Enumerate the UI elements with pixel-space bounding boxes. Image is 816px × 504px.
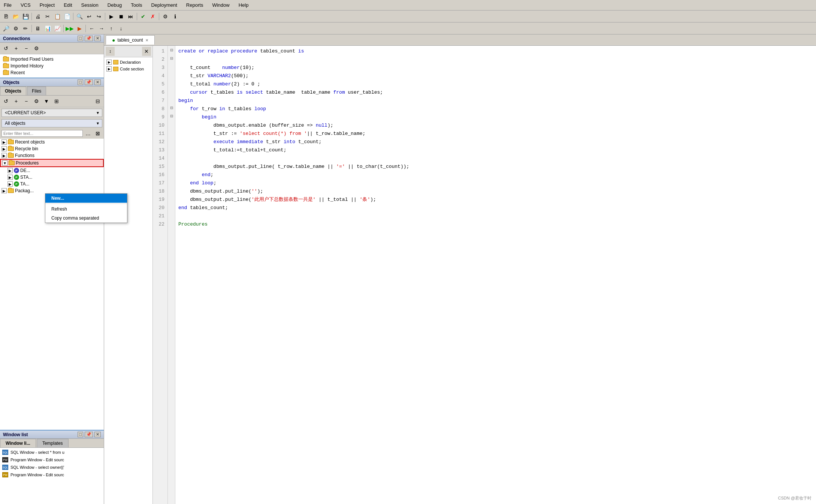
outline-expand-code[interactable]: ▶ [106, 66, 112, 72]
ctx-refresh[interactable]: Refresh [45, 205, 127, 214]
wl-ctrl-close[interactable]: ✕ [94, 432, 101, 437]
tb-step[interactable]: ⏭ [126, 12, 135, 21]
all-objects[interactable]: All objects ▾ [1, 119, 102, 127]
gutter-8[interactable]: ⊟ [168, 103, 175, 112]
tb2-search[interactable]: 🔎 [1, 24, 10, 33]
tab-files[interactable]: Files [27, 87, 46, 95]
conn-refresh[interactable]: ↺ [1, 44, 10, 53]
conn-ctrl-pin[interactable]: 📌 [85, 36, 93, 41]
menu-window[interactable]: Window [211, 1, 231, 9]
tb2-nav4[interactable]: ↓ [117, 24, 126, 33]
gutter-2[interactable]: ⊟ [168, 54, 175, 62]
menu-project[interactable]: Project [38, 1, 56, 9]
obj-ctrl-close[interactable]: ✕ [94, 79, 101, 85]
tb-save[interactable]: 💾 [21, 12, 30, 21]
menu-edit[interactable]: Edit [62, 1, 73, 9]
menu-help[interactable]: Help [237, 1, 250, 9]
outline-code-section[interactable]: ▶ Code section [106, 66, 151, 72]
editor-tab-close[interactable]: ✕ [145, 38, 148, 42]
tb2-pencil[interactable]: ✏ [21, 24, 30, 33]
tb2-play2[interactable]: ▶ [75, 24, 84, 33]
tb-stop[interactable]: ⏹ [117, 12, 126, 21]
tb-print[interactable]: 🖨 [33, 12, 42, 21]
tb2-play[interactable]: ▶▶ [65, 24, 74, 33]
obj-view[interactable]: ⊟ [93, 97, 102, 106]
node-proc-de[interactable]: ▶ P DE... [0, 167, 104, 174]
node-proc-ta[interactable]: ▶ P TA... [0, 181, 104, 187]
menu-session[interactable]: Session [80, 1, 100, 9]
conn-ctrl-float[interactable]: □ [78, 36, 83, 41]
tb-btn-extra2[interactable]: ℹ [170, 12, 179, 21]
tb2-nav1[interactable]: ← [87, 24, 96, 33]
node-functions[interactable]: ▶ Functions [0, 152, 104, 159]
outline-sort[interactable]: ↕ [106, 47, 115, 56]
tb-new[interactable]: 🖹 [1, 12, 10, 21]
tb2-btn3[interactable]: 📈 [53, 24, 62, 33]
ctx-new[interactable]: New... [45, 194, 127, 203]
tb2-settings[interactable]: ⚙ [11, 24, 20, 33]
node-recent-objects[interactable]: ▶ Recent objects [0, 139, 104, 145]
tab-objects[interactable]: Objects [0, 87, 26, 95]
tab-window-list[interactable]: Window li... [0, 439, 36, 447]
tb-find[interactable]: 🔍 [75, 12, 84, 21]
menu-debug[interactable]: Debug [106, 1, 123, 9]
menu-file[interactable]: File [2, 1, 13, 9]
tb-commit[interactable]: ✔ [139, 12, 148, 21]
expand-functions[interactable]: ▶ [1, 153, 7, 158]
tb-open[interactable]: 📂 [11, 12, 20, 21]
conn-settings[interactable]: ⚙ [32, 44, 41, 53]
tb-redo[interactable]: ↪ [94, 12, 103, 21]
ctx-copy-comma[interactable]: Copy comma separated [45, 214, 127, 223]
expand-proc-ta[interactable]: ▶ [7, 181, 13, 187]
menu-tools[interactable]: Tools [129, 1, 143, 9]
menu-reports[interactable]: Reports [185, 1, 205, 9]
tb2-btn1[interactable]: 🖥 [33, 24, 42, 33]
filter-clear[interactable]: ⊠ [93, 129, 102, 138]
filter-more[interactable]: … [84, 129, 93, 138]
filter-input[interactable] [1, 130, 83, 137]
obj-remove[interactable]: − [22, 97, 31, 106]
tb-btn-extra1[interactable]: ⚙ [161, 12, 170, 21]
wl-ctrl-pin[interactable]: 📌 [85, 432, 93, 437]
expand-recycle[interactable]: ▶ [1, 146, 7, 151]
tb-paste[interactable]: 📄 [63, 12, 72, 21]
wl-ctrl-float[interactable]: □ [78, 432, 83, 437]
menu-vcs[interactable]: VCS [19, 1, 32, 9]
obj-settings[interactable]: ⚙ [32, 97, 41, 106]
tb2-nav2[interactable]: → [97, 24, 106, 33]
wl-item-2[interactable]: SQL SQL Window - select owner||' [1, 464, 103, 471]
tb-undo[interactable]: ↩ [85, 12, 94, 21]
node-procedures[interactable]: ▼ Procedures [0, 159, 104, 167]
tb2-nav3[interactable]: ↑ [107, 24, 116, 33]
outline-close[interactable]: ✕ [142, 47, 151, 56]
obj-refresh[interactable]: ↺ [1, 97, 10, 106]
expand-procedures[interactable]: ▼ [2, 160, 7, 166]
conn-ctrl-close[interactable]: ✕ [94, 36, 101, 41]
tb2-btn2[interactable]: 📊 [43, 24, 52, 33]
tb-copy[interactable]: 📋 [53, 12, 62, 21]
expand-proc-de[interactable]: ▶ [7, 168, 13, 173]
obj-filter[interactable]: ▼ [42, 97, 51, 106]
code-area[interactable]: create or replace procedure tables_count… [175, 46, 816, 504]
tb-run[interactable]: ▶ [107, 12, 116, 21]
outline-declaration[interactable]: ▶ Declaration [106, 59, 151, 66]
conn-imported-history[interactable]: Imported History [1, 63, 102, 69]
gutter-9[interactable]: ⊟ [168, 112, 175, 120]
gutter-1[interactable]: ⊟ [168, 46, 175, 54]
expand-recent[interactable]: ▶ [1, 139, 7, 145]
obj-expand[interactable]: ⊞ [52, 97, 61, 106]
obj-add[interactable]: + [12, 97, 21, 106]
expand-packages[interactable]: ▶ [1, 188, 7, 193]
editor-tab-tables-count[interactable]: ● tables_count ✕ [106, 35, 155, 45]
tb-rollback[interactable]: ✗ [148, 12, 157, 21]
obj-ctrl-float[interactable]: □ [78, 79, 83, 85]
conn-imported-fixed[interactable]: Imported Fixed Users [1, 56, 102, 63]
node-recycle[interactable]: ▶ Recycle bin [0, 145, 104, 152]
outline-expand-decl[interactable]: ▶ [106, 60, 112, 65]
tab-templates[interactable]: Templates [37, 439, 69, 447]
wl-item-1[interactable]: PW Program Window - Edit sourc [1, 456, 103, 464]
expand-proc-sta[interactable]: ▶ [7, 175, 13, 180]
user-selector[interactable]: <CURRENT USER> ▾ [1, 109, 102, 117]
wl-item-3[interactable]: PW Program Window - Edit sourc [1, 471, 103, 479]
tb-cut[interactable]: ✂ [43, 12, 52, 21]
